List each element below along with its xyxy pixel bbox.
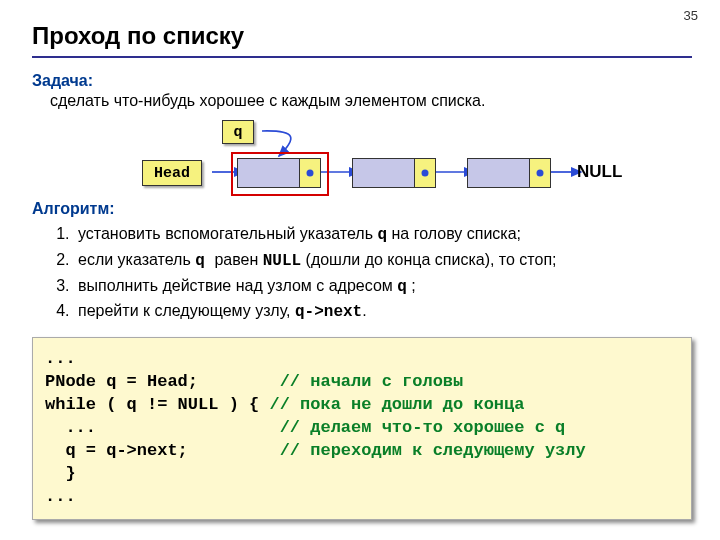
diagram: q Head NULL (112, 120, 692, 194)
task-text: сделать что-нибудь хорошее с каждым элем… (50, 92, 692, 110)
algo-step-2: если указатель q равен NULL (дошли до ко… (74, 248, 692, 274)
code-box: ... PNode q = Head; // начали с головы w… (32, 337, 692, 520)
pointer-dot (536, 170, 543, 177)
q-box: q (222, 120, 254, 144)
node-3 (467, 158, 551, 188)
code-comment: // пока не дошли до конца (269, 395, 524, 414)
algo-step-3: выполнить действие над узлом с адресом q… (74, 274, 692, 300)
algorithm-label: Алгоритм: (32, 200, 692, 218)
algo-step-4: перейти к следующему узлу, q->next. (74, 299, 692, 325)
code-line: } (45, 464, 76, 483)
code-comment: // делаем что-то хорошее с q (280, 418, 566, 437)
node-2 (352, 158, 436, 188)
task-label: Задача: (32, 72, 692, 90)
page-number: 35 (684, 8, 698, 23)
code-line: q = q->next; (45, 441, 280, 460)
code-comment: // переходим к следующему узлу (280, 441, 586, 460)
code-line: while ( q != NULL ) { (45, 395, 269, 414)
page-title: Проход по списку (32, 22, 692, 50)
code-comment: // начали с головы (280, 372, 464, 391)
null-label: NULL (577, 162, 622, 182)
code-line: ... (45, 487, 76, 506)
code-line: ... (45, 349, 76, 368)
node-1 (237, 158, 321, 188)
algorithm-list: установить вспомогательный указатель q н… (32, 222, 692, 325)
code-line: PNode q = Head; (45, 372, 280, 391)
algo-step-1: установить вспомогательный указатель q н… (74, 222, 692, 248)
pointer-dot (306, 170, 313, 177)
head-box: Head (142, 160, 202, 186)
pointer-dot (421, 170, 428, 177)
title-rule (32, 56, 692, 58)
code-line: ... (45, 418, 280, 437)
